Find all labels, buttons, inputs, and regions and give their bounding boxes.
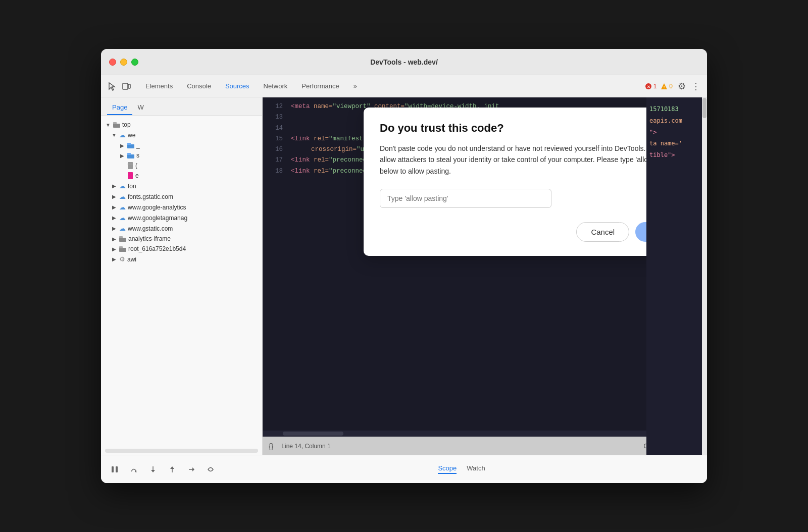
more-options-icon[interactable]: ⋮ <box>691 81 701 91</box>
sidebar-scrollbar[interactable] <box>105 449 258 453</box>
tree-item-fonts-gstatic[interactable]: ▶ ☁ fonts.gstatic.com <box>101 191 262 202</box>
tree-item-underscore[interactable]: ▶ _ <box>101 140 262 150</box>
step-into-icon[interactable] <box>147 464 159 475</box>
tab-watch[interactable]: Watch <box>467 464 485 474</box>
dialog-title: Do you trust this code? <box>380 122 686 135</box>
tree-item-s[interactable]: ▶ s <box>101 150 262 161</box>
sidebar-tab-w[interactable]: W <box>132 100 148 115</box>
device-icon[interactable] <box>121 81 131 91</box>
tree-item-gstatic[interactable]: ▶ ☁ www.gstatic.com <box>101 223 262 234</box>
cancel-button[interactable]: Cancel <box>576 222 629 242</box>
vertical-scrollbar[interactable] <box>702 97 707 455</box>
code-partial-line-3: "> <box>649 127 699 138</box>
tree-arrow-down: ▼ <box>105 122 111 128</box>
tree-item-fon[interactable]: ▶ ☁ fon <box>101 181 262 191</box>
cloud-icon-google-analytics: ☁ <box>119 203 126 211</box>
tree-label-fon: fon <box>128 183 136 190</box>
tree-label-underscore: _ <box>136 142 140 149</box>
devtools-window: DevTools - web.dev/ Elements Console Sou… <box>101 49 707 483</box>
sidebar: Page W ▼ top ▼ ☁ we ▶ <box>101 97 263 455</box>
code-partial-line-4: ta name=' <box>649 138 699 149</box>
cursor-icon[interactable] <box>107 81 117 91</box>
sidebar-tab-page[interactable]: Page <box>107 100 132 115</box>
traffic-lights <box>109 59 138 66</box>
step-over-icon[interactable] <box>128 464 139 475</box>
dialog-buttons: Cancel Allow <box>380 222 686 242</box>
tab-scope[interactable]: Scope <box>438 464 457 474</box>
tree-arrow-fonts-gstatic: ▶ <box>111 194 117 200</box>
main-area: Page W ▼ top ▼ ☁ we ▶ <box>101 97 707 455</box>
tree-label-google-analytics: www.google-analytics <box>128 204 186 211</box>
svg-rect-7 <box>113 122 117 124</box>
svg-rect-22 <box>116 466 118 472</box>
settings-icon[interactable]: ⚙ <box>677 81 687 91</box>
svg-rect-11 <box>127 153 131 155</box>
tree-arrow-underscore: ▶ <box>119 142 125 148</box>
v-scrollbar-thumb[interactable] <box>702 98 706 118</box>
error-badge: ✕ 1 <box>645 83 657 90</box>
tree-label-s: s <box>136 152 139 159</box>
code-partial-line-1: 15710183 <box>649 103 699 115</box>
tree-item-root[interactable]: ▶ root_616a752e1b5d4 <box>101 244 262 254</box>
cloud-icon-fonts-gstatic: ☁ <box>119 193 126 200</box>
tree-label-we: we <box>128 132 135 139</box>
maximize-button[interactable] <box>131 59 138 66</box>
tree-arrow-googletagmanag: ▶ <box>111 215 117 221</box>
code-area: ✕ Do you trust this code? Don't paste co… <box>263 97 702 455</box>
dialog-body: Don't paste code you do not understand o… <box>380 143 686 177</box>
tree-item-paren[interactable]: ▶ ( <box>101 161 262 171</box>
svg-rect-1 <box>128 84 130 88</box>
tree-item-gear[interactable]: ▶ ⚙ awi <box>101 254 262 264</box>
tree-label-gear: awi <box>127 256 136 263</box>
tree-arrow-s: ▶ <box>119 152 125 158</box>
tree-label-top: top <box>122 121 131 128</box>
svg-rect-0 <box>123 83 128 89</box>
svg-text:!: ! <box>664 85 665 89</box>
tree-item-top[interactable]: ▼ top <box>101 120 262 130</box>
bottom-tabs: Scope Watch <box>438 464 485 474</box>
tree-item-googletagmanag[interactable]: ▶ ☁ www.googletagmanag <box>101 212 262 223</box>
cloud-icon-we: ☁ <box>119 131 126 139</box>
tree-label-root: root_616a752e1b5d4 <box>128 245 186 252</box>
bottom-panel: Scope Watch <box>101 455 707 483</box>
svg-marker-29 <box>192 467 194 471</box>
close-button[interactable] <box>109 59 116 66</box>
svg-marker-27 <box>170 466 174 469</box>
step-icon[interactable] <box>186 464 197 475</box>
svg-rect-8 <box>127 144 134 148</box>
tab-network[interactable]: Network <box>258 79 294 93</box>
tree-item-e[interactable]: ▶ e <box>101 171 262 181</box>
tree-label-gstatic: www.gstatic.com <box>128 225 173 232</box>
pause-icon[interactable] <box>109 464 120 475</box>
svg-rect-9 <box>127 143 131 145</box>
svg-rect-12 <box>128 162 133 169</box>
tab-bar: Elements Console Sources Network Perform… <box>101 75 707 97</box>
warn-badge: ! 0 <box>661 83 673 90</box>
tab-console[interactable]: Console <box>181 79 217 93</box>
svg-rect-10 <box>127 154 134 158</box>
tree-label-analytics-iframe: analytics-iframe <box>128 235 171 242</box>
tree-arrow-we: ▼ <box>111 132 117 138</box>
tab-sources[interactable]: Sources <box>219 79 256 93</box>
tree-arrow-gstatic: ▶ <box>111 226 117 232</box>
minimize-button[interactable] <box>120 59 127 66</box>
step-out-icon[interactable] <box>167 464 178 475</box>
deactivate-icon[interactable] <box>205 464 216 475</box>
dialog-input-wrap <box>380 189 686 208</box>
allow-pasting-input[interactable] <box>380 189 551 208</box>
svg-rect-14 <box>128 172 133 179</box>
svg-rect-17 <box>119 248 126 252</box>
tab-more[interactable]: » <box>347 79 363 93</box>
tree-item-we[interactable]: ▼ ☁ we <box>101 130 262 140</box>
svg-rect-6 <box>113 124 120 128</box>
tree-arrow-analytics-iframe: ▶ <box>111 236 117 242</box>
tree-label-paren: ( <box>135 162 137 169</box>
sidebar-tabs: Page W <box>101 97 262 116</box>
tree-label-e: e <box>135 172 139 179</box>
tree-item-analytics-iframe[interactable]: ▶ analytics-iframe <box>101 234 262 244</box>
code-partial-line-5: tible"> <box>649 149 699 161</box>
tree-item-google-analytics[interactable]: ▶ ☁ www.google-analytics <box>101 202 262 212</box>
tab-elements[interactable]: Elements <box>139 79 179 93</box>
tab-performance[interactable]: Performance <box>295 79 345 93</box>
toolbar-right: ✕ 1 ! 0 ⚙ ⋮ <box>645 81 701 91</box>
